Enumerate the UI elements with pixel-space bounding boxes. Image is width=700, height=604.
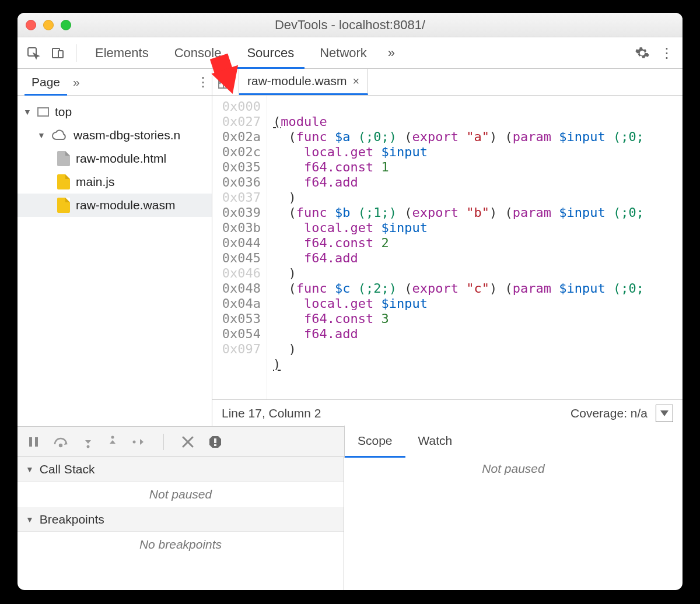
step-into-icon[interactable] [83,436,93,448]
tree-item-domain[interactable]: ▼ wasm-dbg-stories.n [18,124,212,147]
titlebar: DevTools - localhost:8081/ [18,13,682,37]
frame-icon [37,107,49,117]
scope-panel: Not paused [344,457,682,590]
code-content[interactable]: ((modulemodule (func $a (;0;) (export "a… [267,96,682,399]
svg-point-6 [60,444,62,447]
section-breakpoints[interactable]: ▼ Breakpoints [18,507,344,532]
devtools-window: DevTools - localhost:8081/ Elements Cons… [18,13,682,590]
editor-statusbar: Line 17, Column 2 Coverage: n/a [212,399,682,426]
gear-icon[interactable] [632,43,652,63]
editor-tab-raw-module-wasm[interactable]: raw-module.wasm × [239,69,368,95]
callstack-message: Not paused [18,482,344,507]
close-tab-icon[interactable]: × [352,75,359,88]
tree-label: raw-module.wasm [76,198,175,212]
svg-point-9 [133,440,136,443]
separator [163,434,164,450]
file-icon [57,198,70,213]
disclosure-triangle-icon[interactable]: ▼ [37,131,46,140]
scope-message: Not paused [482,462,544,476]
disclosure-triangle-icon[interactable]: ▼ [26,465,34,474]
disclosure-triangle-icon[interactable]: ▼ [23,107,32,117]
kebab-menu-icon[interactable]: ⋮ [657,43,677,63]
zoom-window-icon[interactable] [61,20,71,30]
tree-label: top [55,105,72,119]
svg-rect-5 [35,437,38,447]
navigator-menu-icon[interactable]: ⋮ [194,75,212,90]
disclosure-triangle-icon[interactable]: ▼ [26,515,34,524]
svg-point-7 [87,445,90,448]
window-title: DevTools - localhost:8081/ [18,17,682,33]
svg-rect-2 [58,51,63,58]
tab-watch[interactable]: Watch [405,426,466,458]
gutter[interactable]: 0x000 0x027 0x02a 0x02c 0x035 0x036 0x03… [212,96,267,399]
window-controls [26,20,71,30]
tree-item-file[interactable]: main.js [18,170,212,194]
tab-console[interactable]: Console [164,37,232,69]
pause-icon[interactable] [28,436,40,448]
step-icon[interactable] [132,437,146,447]
section-title: Call Stack [40,462,95,476]
tree-item-file[interactable]: raw-module.wasm [18,194,212,217]
debugger-toolbar: Scope Watch [18,427,682,457]
editor-tab-label: raw-module.wasm [247,74,346,88]
file-icon [57,151,70,166]
svg-rect-11 [214,444,216,446]
cloud-icon [51,129,68,141]
coverage-status: Coverage: n/a [570,406,648,420]
sources-main: ▼ top ▼ wasm-dbg-stories.n raw-module.ht… [18,96,682,426]
tree-item-top[interactable]: ▼ top [18,100,212,124]
tab-network[interactable]: Network [309,37,377,69]
step-out-icon[interactable] [107,436,118,448]
step-over-icon[interactable] [54,436,69,448]
svg-point-8 [111,436,114,438]
breakpoints-message: No breakpoints [18,532,344,557]
debugger-panel: Scope Watch ▼ Call Stack Not paused ▼ Br… [18,426,682,590]
code-editor: 0x000 0x027 0x02a 0x02c 0x035 0x036 0x03… [212,96,682,426]
tree-label: main.js [76,175,115,189]
pause-on-exceptions-icon[interactable] [208,435,222,449]
tab-sources[interactable]: Sources [236,37,304,69]
deactivate-breakpoints-icon[interactable] [181,436,194,448]
tabs-overflow[interactable]: » [382,37,401,69]
navigator-tab-page[interactable]: Page [24,69,67,96]
tree-label: wasm-dbg-stories.n [74,128,180,142]
navigator-overflow[interactable]: » [67,75,86,89]
tree-label: raw-module.html [76,152,166,166]
minimize-window-icon[interactable] [43,20,54,30]
tree-item-file[interactable]: raw-module.html [18,147,212,170]
section-call-stack[interactable]: ▼ Call Stack [18,457,344,482]
svg-rect-10 [214,438,216,443]
tab-scope[interactable]: Scope [345,426,405,458]
debugger-left-column: ▼ Call Stack Not paused ▼ Breakpoints No… [18,457,344,590]
close-window-icon[interactable] [26,20,36,30]
file-icon [57,174,70,189]
svg-rect-4 [29,437,32,447]
cursor-position: Line 17, Column 2 [222,406,321,420]
file-navigator[interactable]: ▼ top ▼ wasm-dbg-stories.n raw-module.ht… [18,96,212,426]
device-toolbar-icon[interactable] [48,43,68,63]
main-toolbar: Elements Console Sources Network » ⋮ [18,37,682,69]
toggle-navigator-icon[interactable] [212,69,239,95]
tab-elements[interactable]: Elements [85,37,159,69]
separator [76,44,76,62]
inspect-element-icon[interactable] [23,43,43,63]
sidebar-toggle-icon[interactable] [656,405,673,422]
debugger-body: ▼ Call Stack Not paused ▼ Breakpoints No… [18,457,682,590]
section-title: Breakpoints [40,512,104,526]
editor-tabstrip: raw-module.wasm × [212,69,682,95]
sources-header-row: Page » ⋮ raw-module.wasm × [18,69,682,96]
navigator-header: Page » ⋮ [18,69,212,95]
code-area[interactable]: 0x000 0x027 0x02a 0x02c 0x035 0x036 0x03… [212,96,682,399]
